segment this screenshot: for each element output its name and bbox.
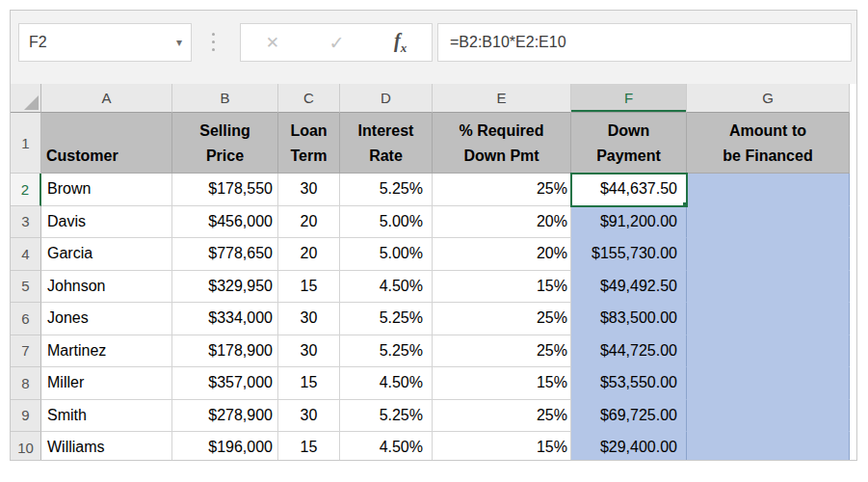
cell-F8[interactable]: $53,550.00: [571, 367, 687, 400]
name-box[interactable]: F2 ▾: [18, 23, 192, 62]
cell-E5[interactable]: 15%: [433, 271, 571, 304]
cell-F7[interactable]: $44,725.00: [571, 335, 687, 368]
cell-C10[interactable]: 15: [278, 432, 340, 461]
row-header-6[interactable]: 6: [11, 303, 41, 335]
cell-D1[interactable]: InterestRate: [340, 113, 433, 174]
cell-E1[interactable]: % RequiredDown Pmt: [433, 113, 571, 174]
cell-G7[interactable]: [687, 335, 850, 368]
cell-E6[interactable]: 25%: [433, 303, 571, 335]
cell-A3[interactable]: Davis: [41, 206, 172, 239]
cell-C2[interactable]: 30: [278, 174, 340, 206]
row-header-7[interactable]: 7: [11, 335, 41, 368]
cell-A9[interactable]: Smith: [41, 400, 172, 433]
cell-C5[interactable]: 15: [278, 271, 340, 304]
cell-E2[interactable]: 25%: [433, 174, 571, 206]
row-header-2[interactable]: 2: [11, 174, 41, 206]
cell-E3[interactable]: 20%: [433, 206, 571, 239]
cell-F6[interactable]: $83,500.00: [571, 303, 687, 335]
cell-D7[interactable]: 5.25%: [340, 335, 433, 368]
cell-E8[interactable]: 15%: [433, 367, 571, 400]
cell-B4[interactable]: $778,650: [172, 238, 278, 271]
cell-A7[interactable]: Martinez: [41, 335, 172, 368]
cell-A2[interactable]: Brown: [41, 174, 172, 206]
cell-D2[interactable]: 5.25%: [340, 174, 433, 206]
cell-G5[interactable]: [687, 271, 850, 304]
row-header-8[interactable]: 8: [11, 367, 41, 400]
cell-G6[interactable]: [687, 303, 850, 335]
cell-A4[interactable]: Garcia: [41, 238, 172, 271]
cell-B3[interactable]: $456,000: [172, 206, 278, 239]
cell-C1[interactable]: LoanTerm: [278, 113, 340, 174]
cell-A8[interactable]: Miller: [41, 367, 172, 400]
cell-F5[interactable]: $49,492.50: [571, 271, 687, 304]
cell-A10[interactable]: Williams: [41, 432, 172, 461]
cell-B10[interactable]: $196,000: [172, 432, 278, 461]
cell-G1[interactable]: Amount tobe Financed: [687, 113, 850, 174]
cell-B8[interactable]: $357,000: [172, 367, 278, 400]
cell-G2[interactable]: [687, 174, 850, 206]
cell-D4[interactable]: 5.00%: [340, 238, 433, 271]
cancel-icon[interactable]: ✕: [266, 33, 279, 53]
cell-F2[interactable]: $44,637.50: [571, 174, 687, 206]
cell-G9[interactable]: [687, 400, 850, 433]
cell-G8[interactable]: [687, 367, 850, 400]
cell-D5[interactable]: 4.50%: [340, 271, 433, 304]
column-header-E[interactable]: E: [433, 84, 571, 113]
cell-D9[interactable]: 5.25%: [340, 400, 433, 433]
cell-F1[interactable]: DownPayment: [571, 113, 687, 174]
cell-G10[interactable]: [687, 432, 850, 461]
cell-C9[interactable]: 30: [278, 400, 340, 433]
cell-F3[interactable]: $91,200.00: [571, 206, 687, 239]
cell-G4[interactable]: [687, 238, 850, 271]
cell-D8[interactable]: 4.50%: [340, 367, 433, 400]
cell-D10[interactable]: 4.50%: [340, 432, 433, 461]
cell-F10[interactable]: $29,400.00: [571, 432, 687, 461]
cell-G3[interactable]: [687, 206, 850, 239]
cell-D3[interactable]: 5.00%: [340, 206, 433, 239]
column-header-G[interactable]: G: [687, 84, 850, 113]
cell-A5[interactable]: Johnson: [41, 271, 172, 304]
column-header-A[interactable]: A: [41, 84, 172, 113]
cell-B6[interactable]: $334,000: [172, 303, 278, 335]
cell-B9[interactable]: $278,900: [172, 400, 278, 433]
cell-A6[interactable]: Jones: [41, 303, 172, 335]
column-header-B[interactable]: B: [172, 84, 278, 113]
select-all-corner[interactable]: [11, 84, 41, 113]
grid-filler: [850, 432, 856, 461]
cell-E10[interactable]: 15%: [433, 432, 571, 461]
column-header-D[interactable]: D: [340, 84, 433, 113]
cell-B1[interactable]: SellingPrice: [172, 113, 278, 174]
cell-F9[interactable]: $69,725.00: [571, 400, 687, 433]
insert-function-icon[interactable]: fx: [394, 31, 407, 54]
cell-B5[interactable]: $329,950: [172, 271, 278, 304]
formula-bar-area: F2 ▾ ✕ ✓ fx =B2:B10*E2:E10: [11, 11, 856, 84]
row-header-5[interactable]: 5: [11, 271, 41, 304]
cell-E4[interactable]: 20%: [433, 238, 571, 271]
cell-E7[interactable]: 25%: [433, 335, 571, 368]
cell-B7[interactable]: $178,900: [172, 335, 278, 368]
column-header-C[interactable]: C: [278, 84, 340, 113]
cell-F4[interactable]: $155,730.00: [571, 238, 687, 271]
row-header-9[interactable]: 9: [11, 400, 41, 433]
grid-filler: [850, 303, 856, 335]
column-header-F[interactable]: F: [571, 84, 687, 113]
row-header-1[interactable]: 1: [11, 113, 41, 174]
cell-C4[interactable]: 20: [278, 238, 340, 271]
cell-C3[interactable]: 20: [278, 206, 340, 239]
formula-bar-drag-handle-icon[interactable]: [212, 33, 215, 51]
row-header-4[interactable]: 4: [11, 238, 41, 271]
cell-C8[interactable]: 15: [278, 367, 340, 400]
cell-C7[interactable]: 30: [278, 335, 340, 368]
name-box-value: F2: [19, 34, 176, 51]
grid-filler: [850, 113, 856, 174]
row-header-10[interactable]: 10: [11, 432, 41, 461]
cell-C6[interactable]: 30: [278, 303, 340, 335]
name-box-dropdown-icon[interactable]: ▾: [176, 36, 191, 49]
cell-B2[interactable]: $178,550: [172, 174, 278, 206]
cell-E9[interactable]: 25%: [433, 400, 571, 433]
formula-input[interactable]: =B2:B10*E2:E10: [437, 23, 852, 62]
enter-icon[interactable]: ✓: [329, 32, 345, 54]
cell-D6[interactable]: 5.25%: [340, 303, 433, 335]
row-header-3[interactable]: 3: [11, 206, 41, 239]
cell-A1[interactable]: Customer: [41, 113, 172, 174]
